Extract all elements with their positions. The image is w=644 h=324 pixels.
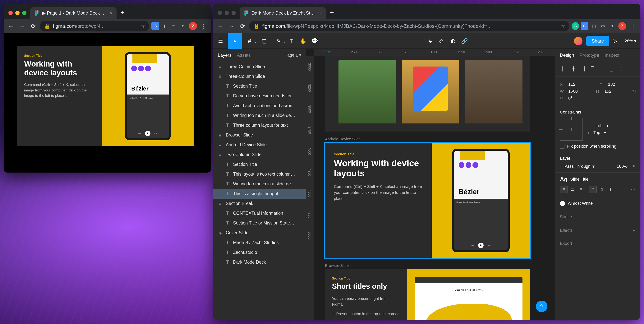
star-icon[interactable]: ☆ [560, 23, 565, 29]
link-icon[interactable]: 🔗 [459, 33, 470, 49]
stroke-section[interactable]: Stroke+ [555, 210, 640, 224]
text-style-name[interactable]: Slide Title [570, 177, 588, 182]
help-button[interactable]: ? [536, 300, 548, 312]
opacity-input[interactable]: 100% [617, 164, 628, 169]
layer-row[interactable]: TSection Title [213, 81, 306, 91]
frame-tool[interactable]: #▾ [242, 33, 257, 49]
layer-row[interactable]: TThis is a single thought [213, 189, 306, 198]
hand-tool[interactable]: ✋ [298, 33, 309, 49]
layer-row[interactable]: #Three-Column Slide [213, 62, 306, 72]
align-tool-icon[interactable]: ◈ [424, 33, 436, 49]
layer-row[interactable]: TThree column layout for text [213, 120, 306, 130]
frame-label[interactable]: Browser Slide [325, 264, 349, 268]
distribute-icon[interactable]: ⋮ [617, 65, 625, 73]
constraint-h-select[interactable]: Left [596, 123, 602, 128]
zoom-control[interactable]: 28% ▾ [621, 38, 640, 44]
profile-avatar[interactable]: Z [189, 22, 197, 30]
layer-row[interactable]: #Section Break [213, 198, 306, 208]
fill-name[interactable]: Almost White [568, 201, 593, 206]
close-tab-icon[interactable]: × [319, 10, 322, 16]
add-stroke-icon[interactable]: + [633, 214, 636, 220]
text-more-icon[interactable]: ⋯ [630, 186, 636, 192]
url-input[interactable]: 🔒 figma.com/file/wpNPespplxt44cpHfMJBAC/… [249, 21, 569, 32]
layer-row[interactable]: #Three-Column Slide [213, 72, 306, 81]
layer-row[interactable]: TDo you have design needs for… [213, 91, 306, 101]
layer-row[interactable]: #Android Device Slide [213, 140, 306, 150]
y-input[interactable]: 132 [608, 82, 636, 87]
align-left-icon[interactable]: ▏ [560, 65, 568, 73]
design-tab[interactable]: Design [560, 52, 574, 58]
extension-3-icon[interactable]: ▭ [170, 22, 178, 30]
chrome-menu-button[interactable]: ⋮ [199, 23, 208, 30]
prototype-slide[interactable]: Section Title Working with device layout… [17, 46, 194, 146]
remove-fill-icon[interactable]: − [633, 200, 636, 206]
new-tab-button[interactable]: + [326, 9, 337, 19]
align-bottom-icon[interactable]: ▁ [608, 65, 616, 73]
browser-tab[interactable]: ▶ Page 1 - Dark Mode Deck by… × [30, 7, 116, 19]
back-button[interactable]: ← [6, 22, 15, 30]
text-tool[interactable]: T [286, 33, 298, 49]
page-selector[interactable]: Page 1 ▾ [284, 53, 301, 58]
android-device-slide-frame[interactable]: Section Title Working with device layout… [325, 143, 530, 258]
layer-row[interactable]: TSection Title [213, 160, 306, 169]
minimize-window-icon[interactable] [225, 11, 229, 15]
close-window-icon[interactable] [218, 11, 222, 15]
reload-button[interactable]: ⟳ [238, 22, 247, 30]
text-align-center-icon[interactable]: ≣ [569, 186, 576, 193]
layer-row[interactable]: #Two-Column Slide [213, 150, 306, 160]
chrome-menu-button[interactable]: ⋮ [629, 23, 638, 30]
fix-position-checkbox[interactable]: Fix position when scrolling [560, 144, 636, 149]
text-valign-top-icon[interactable]: ⤒ [589, 186, 597, 193]
blend-mode-select[interactable]: Pass Through [564, 164, 590, 169]
constraint-v-select[interactable]: Top [594, 130, 600, 135]
align-top-icon[interactable]: ▔ [588, 65, 596, 73]
visibility-icon[interactable]: 👁 [631, 164, 636, 169]
canvas-viewport[interactable]: Android Device Slide Section Title Worki… [314, 56, 555, 320]
layer-row[interactable]: TWriting too much in a slide de… [213, 179, 306, 189]
maximize-window-icon[interactable] [232, 11, 236, 15]
text-valign-bottom-icon[interactable]: ⤓ [606, 186, 614, 193]
new-tab-button[interactable]: + [117, 9, 128, 19]
components-icon[interactable]: ◇ [436, 33, 447, 49]
rotation-input[interactable]: 0° [568, 96, 636, 101]
checkbox-icon[interactable] [560, 144, 564, 148]
translate-extension-icon[interactable]: G [152, 22, 159, 30]
window-controls[interactable] [216, 11, 239, 19]
browser-slide-frame[interactable]: Section Title Short titles only You can … [325, 269, 530, 320]
layer-row[interactable]: TAvoid abbreviations and acron… [213, 101, 306, 110]
present-button[interactable]: ▷ [609, 33, 621, 49]
maximize-window-icon[interactable] [22, 11, 26, 15]
close-window-icon[interactable] [8, 11, 13, 15]
window-controls[interactable] [7, 11, 30, 19]
layer-row[interactable]: #Browser Slide [213, 130, 306, 140]
three-column-slide-frame[interactable] [325, 56, 530, 132]
layer-row[interactable]: TSection Title or Mission State… [213, 218, 306, 228]
text-align-right-icon[interactable]: ≡ [578, 186, 585, 193]
main-menu-button[interactable]: ☰ [213, 33, 228, 49]
forward-button[interactable]: → [18, 22, 26, 30]
forward-button[interactable]: → [227, 22, 236, 30]
layers-tab[interactable]: Layers [218, 52, 232, 58]
prototype-tab[interactable]: Prototype [580, 52, 599, 58]
profile-avatar[interactable]: Z [618, 22, 626, 30]
reload-button[interactable]: ⟳ [29, 22, 38, 30]
back-button[interactable]: ← [216, 22, 225, 30]
layer-row[interactable]: TZacht.studio [213, 248, 306, 257]
add-effect-icon[interactable]: + [633, 228, 636, 233]
align-hcenter-icon[interactable]: ╋ [570, 65, 577, 73]
h-input[interactable]: 152 [604, 89, 628, 94]
pen-tool[interactable]: ✎▾ [272, 33, 286, 49]
extensions-menu-icon[interactable]: ✦ [179, 22, 187, 30]
extensions-menu-icon[interactable]: ✦ [608, 22, 616, 30]
text-align-left-icon[interactable]: ≡ [560, 186, 568, 193]
shape-tool[interactable]: ▢▾ [257, 33, 272, 49]
browser-tab[interactable]: Dark Mode Deck by Zacht Stud… × [240, 7, 326, 19]
text-valign-middle-icon[interactable]: ⇵ [598, 186, 606, 193]
export-section[interactable]: Export [555, 237, 640, 250]
layer-row[interactable]: TThis layout is two text column… [213, 169, 306, 179]
assets-tab[interactable]: Assets [237, 52, 251, 58]
align-right-icon[interactable]: ▕ [579, 65, 587, 73]
frame-label[interactable]: Android Device Slide [325, 137, 361, 141]
extension-3-icon[interactable]: ◫ [590, 22, 598, 30]
effects-section[interactable]: Effects+ [555, 224, 640, 237]
